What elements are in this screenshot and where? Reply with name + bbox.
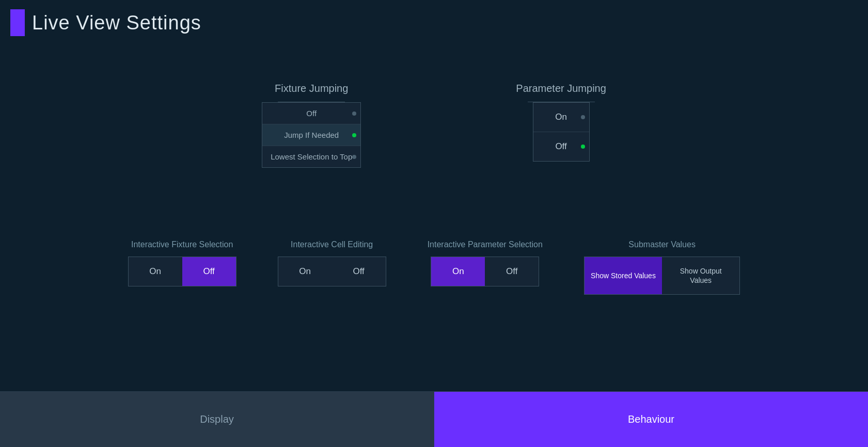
show-stored-values-button[interactable]: Show Stored Values — [585, 257, 662, 294]
interactive-cell-group: Interactive Cell Editing On Off — [278, 240, 386, 286]
parameter-jumping-label: Parameter Jumping — [516, 83, 606, 94]
interactive-fixture-off-button[interactable]: Off — [182, 257, 236, 286]
parameter-jumping-options: On Off — [533, 102, 590, 162]
interactive-parameter-toggle: On Off — [431, 257, 539, 286]
param-option-off-dot — [581, 145, 585, 149]
interactive-cell-toggle: On Off — [278, 257, 386, 286]
tab-behaviour[interactable]: Behaviour — [434, 392, 868, 447]
interactive-parameter-label: Interactive Parameter Selection — [428, 240, 543, 249]
page-title: Live View Settings — [32, 12, 201, 34]
fixture-jumping-option-off[interactable]: Off — [262, 103, 360, 124]
show-output-values-button[interactable]: Show Output Values — [662, 257, 739, 294]
fixture-jumping-options: Off Jump If Needed Lowest Selection to T… — [262, 102, 361, 168]
parameter-jumping-option-off[interactable]: Off — [533, 132, 589, 161]
fixture-jumping-option-lowest[interactable]: Lowest Selection to Top — [262, 146, 360, 167]
fixture-jumping-label: Fixture Jumping — [275, 83, 348, 94]
interactive-fixture-on-button[interactable]: On — [129, 257, 182, 286]
interactive-cell-label: Interactive Cell Editing — [291, 240, 373, 249]
interactive-cell-off-button[interactable]: Off — [332, 257, 386, 286]
header: Live View Settings — [0, 0, 212, 45]
jumping-section: Fixture Jumping Off Jump If Needed Lowes… — [262, 83, 606, 168]
fixture-jumping-group: Fixture Jumping Off Jump If Needed Lowes… — [262, 83, 361, 168]
fixture-option-off-dot — [352, 111, 356, 116]
interactive-parameter-on-button[interactable]: On — [431, 257, 485, 286]
fixture-option-lowest-dot — [352, 155, 356, 159]
interactive-parameter-off-button[interactable]: Off — [485, 257, 539, 286]
parameter-jumping-group: Parameter Jumping On Off — [516, 83, 606, 162]
header-accent-bar — [10, 9, 25, 36]
interactive-fixture-toggle: On Off — [128, 257, 236, 286]
tab-bar: Display Behaviour — [0, 391, 868, 447]
parameter-jumping-option-on[interactable]: On — [533, 103, 589, 132]
param-option-on-dot — [581, 115, 585, 119]
tab-display[interactable]: Display — [0, 392, 434, 447]
main-content: Fixture Jumping Off Jump If Needed Lowes… — [0, 52, 868, 385]
submaster-toggle: Show Stored Values Show Output Values — [584, 257, 740, 295]
submaster-label: Submaster Values — [628, 240, 696, 249]
fixture-option-jump-dot — [352, 133, 356, 137]
interactive-fixture-group: Interactive Fixture Selection On Off — [128, 240, 236, 286]
interactive-parameter-group: Interactive Parameter Selection On Off — [428, 240, 543, 286]
fixture-jumping-option-jump-if-needed[interactable]: Jump If Needed — [262, 124, 360, 146]
controls-section: Interactive Fixture Selection On Off Int… — [128, 240, 740, 295]
interactive-cell-on-button[interactable]: On — [278, 257, 332, 286]
interactive-fixture-label: Interactive Fixture Selection — [131, 240, 233, 249]
submaster-group: Submaster Values Show Stored Values Show… — [584, 240, 740, 295]
